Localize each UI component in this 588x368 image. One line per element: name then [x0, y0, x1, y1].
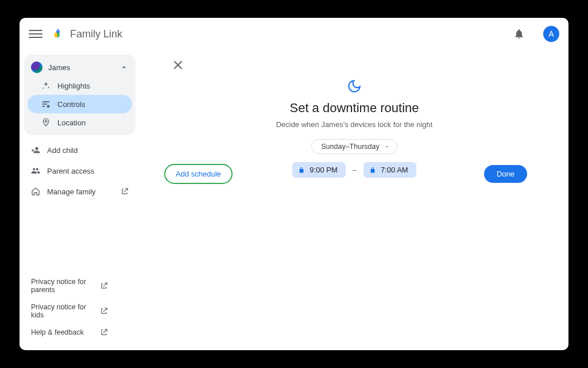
chevron-up-icon [119, 63, 129, 72]
child-selector[interactable]: James [24, 58, 136, 76]
done-button[interactable]: Done [484, 165, 527, 183]
nav-location-label: Location [57, 118, 86, 127]
app-logo-title: Family Link [52, 28, 122, 40]
account-avatar[interactable]: A [543, 26, 559, 42]
people-icon [31, 166, 40, 175]
child-section: James Highlights Controls Location [24, 55, 136, 135]
help-feedback-link[interactable]: Help & feedback [24, 324, 136, 341]
location-pin-icon [41, 118, 51, 127]
add-schedule-button[interactable]: Add schedule [164, 164, 233, 184]
manage-family-label: Manage family [47, 187, 96, 196]
home-icon [31, 187, 40, 196]
close-button[interactable] [171, 58, 185, 72]
child-avatar-icon [31, 62, 42, 73]
external-link-icon [100, 307, 108, 315]
nav-controls[interactable]: Controls [28, 95, 132, 113]
moon-icon [347, 79, 362, 94]
avatar-initial: A [548, 29, 554, 39]
add-child-link[interactable]: Add child [24, 140, 136, 160]
manage-family-link[interactable]: Manage family [24, 181, 136, 202]
add-child-label: Add child [47, 146, 78, 155]
parent-access-link[interactable]: Parent access [24, 160, 136, 181]
notifications-button[interactable] [513, 28, 525, 40]
svg-point-0 [45, 120, 47, 122]
privacy-kids-link[interactable]: Privacy notice for kids [24, 298, 136, 324]
day-range-label: Sunday–Thursday [321, 143, 379, 151]
child-name: James [48, 63, 114, 72]
family-link-logo-icon [52, 28, 64, 40]
caret-down-icon [384, 144, 390, 150]
privacy-kids-label: Privacy notice for kids [31, 303, 100, 319]
person-add-icon [31, 145, 40, 155]
nav-controls-label: Controls [57, 100, 85, 109]
menu-button[interactable] [29, 27, 42, 41]
privacy-parents-link[interactable]: Privacy notice for parents [24, 273, 136, 298]
sliders-icon [41, 99, 51, 109]
add-schedule-label: Add schedule [176, 170, 221, 178]
day-range-selector[interactable]: Sunday–Thursday [311, 139, 397, 154]
external-link-icon [100, 328, 108, 336]
parent-access-label: Parent access [47, 167, 94, 175]
external-link-icon [100, 282, 108, 290]
done-label: Done [497, 170, 514, 178]
sparkle-icon [41, 81, 51, 90]
help-feedback-label: Help & feedback [31, 328, 100, 336]
page-title: Set a downtime routine [289, 101, 419, 116]
page-description: Decide when James's devices lock for the… [276, 120, 433, 129]
privacy-parents-label: Privacy notice for parents [31, 278, 100, 294]
nav-highlights[interactable]: Highlights [28, 76, 132, 95]
external-link-icon [121, 187, 129, 195]
nav-location[interactable]: Location [28, 113, 132, 132]
app-title: Family Link [70, 28, 122, 40]
nav-highlights-label: Highlights [57, 82, 90, 90]
